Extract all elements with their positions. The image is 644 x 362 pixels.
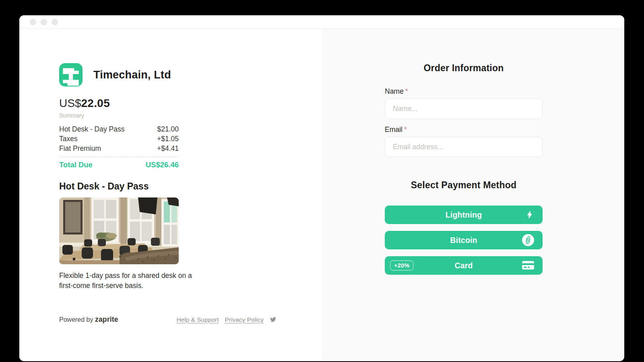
window-control-minimize[interactable]: [41, 19, 47, 25]
merchant-logo-icon: [59, 63, 83, 86]
line-item-label: Taxes: [59, 134, 78, 144]
twitter-icon[interactable]: [270, 317, 277, 323]
total-due-value: US$26.46: [146, 160, 179, 169]
summary-label: Summary: [59, 112, 322, 119]
window-control-maximize[interactable]: [52, 19, 58, 25]
titlebar: [19, 15, 624, 29]
order-form: Order Information Name* Email* Select Pa…: [385, 63, 543, 275]
name-input[interactable]: [385, 99, 543, 119]
line-items: Hot Desk - Day Pass $21.00 Taxes +$1.05 …: [59, 124, 179, 153]
window-control-close[interactable]: [30, 19, 36, 25]
footer-links: Help & Support Privacy Policy: [176, 316, 277, 323]
card-surcharge-badge: +20%: [390, 261, 413, 271]
line-item: Taxes +$1.05: [59, 134, 179, 144]
merchant-header: Timechain, Ltd: [59, 63, 322, 86]
card-button[interactable]: +20% Card: [385, 256, 543, 275]
line-item-value: +$4.41: [157, 144, 179, 153]
line-item-label: Hot Desk - Day Pass: [59, 124, 124, 134]
order-info-title: Order Information: [385, 63, 543, 74]
currency-prefix: US$: [59, 97, 81, 109]
items-separator: [59, 157, 179, 157]
line-item: Hot Desk - Day Pass $21.00: [59, 124, 179, 134]
merchant-name: Timechain, Ltd: [93, 69, 171, 81]
product-description: Flexible 1-day pass for a shared desk on…: [59, 271, 201, 290]
amount-value: 22.05: [81, 97, 110, 109]
email-input[interactable]: [385, 137, 543, 157]
credit-card-icon: [522, 261, 534, 270]
powered-by-label: Powered by: [59, 316, 93, 323]
help-support-link[interactable]: Help & Support: [176, 316, 219, 323]
browser-window: Timechain, Ltd US$22.05 Summary Hot Desk…: [19, 15, 624, 361]
product-title: Hot Desk - Day Pass: [59, 181, 322, 192]
invoice-amount: US$22.05: [59, 97, 322, 110]
line-item-value: $21.00: [157, 124, 179, 134]
required-asterisk: *: [404, 125, 407, 134]
email-label: Email*: [385, 125, 543, 134]
line-item: Fiat Premium +$4.41: [59, 144, 179, 153]
order-panel: Order Information Name* Email* Select Pa…: [322, 29, 624, 361]
name-label: Name*: [385, 87, 543, 96]
required-asterisk: *: [405, 87, 408, 95]
lightning-button[interactable]: Lightning: [385, 206, 543, 224]
total-due-row: Total Due US$26.46: [59, 160, 179, 169]
product-image: [59, 197, 179, 264]
total-due-label: Total Due: [59, 160, 93, 169]
invoice-panel: Timechain, Ltd US$22.05 Summary Hot Desk…: [19, 29, 322, 361]
card-button-label: Card: [454, 261, 473, 270]
bitcoin-button[interactable]: Bitcoin B: [385, 231, 543, 249]
powered-by: Powered by zaprite: [59, 315, 118, 324]
lightning-bolt-icon: [525, 210, 534, 220]
bitcoin-button-label: Bitcoin: [450, 236, 477, 245]
zaprite-wordmark: zaprite: [95, 315, 118, 323]
checkout-page: Timechain, Ltd US$22.05 Summary Hot Desk…: [19, 29, 624, 361]
line-item-label: Fiat Premium: [59, 144, 101, 153]
line-item-value: +$1.05: [157, 134, 179, 144]
page-footer: Powered by zaprite Help & Support Privac…: [59, 315, 277, 324]
bitcoin-icon: B: [522, 234, 534, 246]
privacy-policy-link[interactable]: Privacy Policy: [225, 316, 264, 323]
lightning-button-label: Lightning: [446, 210, 482, 220]
payment-method-title: Select Payment Method: [385, 180, 543, 191]
